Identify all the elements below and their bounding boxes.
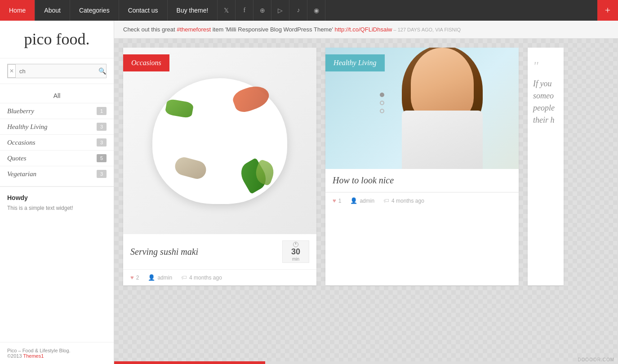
card2-title-area: How to look nice (325, 169, 519, 192)
nav-home[interactable]: Home (0, 0, 35, 21)
woman-figure (393, 48, 492, 169)
cat-item-occasions[interactable]: Occasions 3 (0, 134, 114, 150)
cat-name-quotes: Quotes (7, 155, 27, 162)
social-icons-bar: 𝕏 f ⊕ ▷ ♪ ◉ (218, 0, 325, 21)
search-input[interactable] (16, 66, 98, 76)
slider-dot-3[interactable] (380, 109, 384, 113)
tweet-meta: – 127 DAYS AGO, VIA FISNIQ (392, 27, 461, 32)
card1-author: 👤 admin (148, 274, 172, 281)
howdy-text: This is a simple text widget! (7, 205, 107, 211)
cat-count-occasions: 3 (97, 138, 107, 146)
card2-date-text: 4 months ago (391, 198, 424, 204)
card2-likes: ♥ 1 (333, 197, 341, 204)
sidebar: pico food. ✕ 🔍 All Blueberry 1 Healthy L… (0, 21, 114, 364)
themes-link[interactable]: Themes1 (23, 353, 44, 359)
howdy-title: Howdy (7, 194, 107, 201)
search-box: ✕ 🔍 (7, 64, 107, 78)
slider-dot-2[interactable] (380, 101, 384, 105)
tag-icon: 🏷 (181, 274, 187, 281)
woman-skin (411, 48, 474, 120)
tweet-link[interactable]: http://t.co/QFLiDhsaiw (335, 26, 392, 33)
slider-dot-1[interactable] (380, 93, 384, 97)
dribbble-icon[interactable]: ⊕ (253, 0, 271, 21)
card1-timer-value: 30 (291, 247, 300, 257)
card2-like-count: 1 (338, 198, 342, 204)
quote-content: If yousomeopeopletheir h (533, 79, 555, 124)
card1-timer-icon-row (293, 242, 298, 247)
nav-right: + (597, 0, 618, 21)
cat-count-quotes: 5 (97, 154, 107, 162)
sushi-plate-visual (123, 48, 316, 234)
tweet-text-prefix: Check out this great (123, 26, 177, 33)
card1-info: Serving sushi maki 30 min (123, 234, 316, 269)
slider-dots (380, 93, 384, 113)
cat-name-occasions: Occasions (7, 139, 36, 146)
card-quote: " If yousomeopeopletheir h (528, 48, 564, 285)
plate-oval (152, 78, 287, 204)
cat-item-blueberry[interactable]: Blueberry 1 (0, 103, 114, 119)
category-list: All Blueberry 1 Healthy Living 3 Occasio… (0, 84, 114, 186)
progress-bar-area (114, 361, 618, 364)
nav-categories[interactable]: Categories (70, 0, 119, 21)
twitter-icon[interactable]: 𝕏 (218, 0, 236, 21)
card1-title: Serving sushi maki (130, 247, 278, 257)
search-submit-button[interactable]: 🔍 (98, 64, 106, 78)
watermark: DOOOOR.COM (578, 357, 614, 362)
card2-title: How to look nice (333, 175, 394, 185)
card1-timer-unit: min (292, 257, 299, 262)
card-sushi: Occasions Serving sushi maki 30 min ♥ (123, 48, 316, 285)
food-roll (173, 155, 208, 181)
copyright-text: ©2013 (7, 353, 23, 359)
nav-contact[interactable]: Contact us (119, 0, 168, 21)
cat-item-healthy-living[interactable]: Healthy Living 3 (0, 119, 114, 134)
sidebar-footer: Pico – Food & Lifestyle Blog. ©2013 Them… (0, 342, 114, 364)
facebook-icon[interactable]: f (236, 0, 253, 21)
nav-buy[interactable]: Buy theme! (168, 0, 218, 21)
cat-all-item[interactable]: All (0, 89, 114, 103)
rss-icon[interactable]: ◉ (307, 0, 325, 21)
quote-text: " If yousomeopeopletheir h (528, 48, 564, 135)
card1-date-text: 4 months ago (189, 275, 222, 281)
heart-icon-2: ♥ (333, 197, 336, 204)
card1-date: 🏷 4 months ago (181, 274, 222, 281)
card2-author-name: admin (360, 198, 374, 204)
card2-author: 👤 admin (350, 197, 374, 204)
site-logo: pico food. (9, 30, 105, 49)
clock-icon (293, 242, 298, 247)
cat-count-vegetarian: 3 (97, 170, 107, 178)
card1-category-badge[interactable]: Occasions (123, 54, 169, 71)
tweet-hashtag[interactable]: #themeforest (177, 26, 211, 33)
cat-item-quotes[interactable]: Quotes 5 (0, 150, 114, 166)
cat-name-healthy-living: Healthy Living (7, 123, 48, 131)
howdy-section: Howdy This is a simple text widget! (0, 186, 114, 218)
card2-image: Healthy Living (325, 48, 519, 169)
main-layout: pico food. ✕ 🔍 All Blueberry 1 Healthy L… (0, 21, 618, 364)
top-navigation: Home About Categories Contact us Buy the… (0, 0, 618, 21)
cat-item-vegetarian[interactable]: Vegetarian 3 (0, 166, 114, 182)
woman-body (402, 111, 483, 169)
heart-icon: ♥ (130, 274, 134, 281)
cat-name-vegetarian: Vegetarian (7, 170, 36, 178)
cards-area: Occasions Serving sushi maki 30 min ♥ (114, 39, 618, 294)
card1-likes: ♥ 2 (130, 274, 139, 281)
cat-count-healthy-living: 3 (97, 123, 107, 131)
logo-area: pico food. (0, 21, 114, 58)
card1-timer: 30 min (282, 240, 309, 263)
card2-category-badge[interactable]: Healthy Living (325, 54, 385, 71)
plus-button[interactable]: + (597, 0, 618, 21)
card1-like-count: 2 (136, 275, 139, 281)
card1-author-name: admin (157, 275, 172, 281)
vimeo-icon[interactable]: ▷ (271, 0, 289, 21)
search-clear-button[interactable]: ✕ (8, 64, 16, 78)
card2-date: 🏷 4 months ago (383, 197, 424, 204)
nav-about[interactable]: About (35, 0, 70, 21)
tweet-bar: Check out this great #themeforest item '… (114, 21, 618, 39)
cat-count-blueberry: 1 (97, 107, 107, 115)
user-icon-2: 👤 (350, 197, 357, 204)
card2-meta: ♥ 1 👤 admin 🏷 4 months ago (325, 192, 519, 209)
tag-icon-2: 🏷 (383, 197, 389, 204)
food-cucumber (165, 98, 194, 119)
food-salmon (231, 81, 272, 115)
tweet-text-middle: item 'Milli Responsive Blog WordPress Th… (211, 26, 334, 33)
lastfm-icon[interactable]: ♪ (289, 0, 307, 21)
